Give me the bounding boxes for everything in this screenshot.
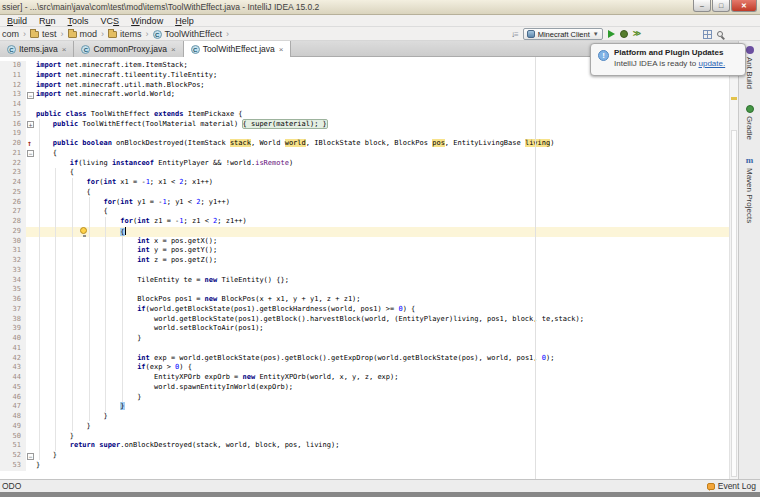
line-number[interactable]: 41 xyxy=(0,344,26,354)
breadcrumb-item-items[interactable]: items xyxy=(107,29,143,39)
gutter-strip[interactable] xyxy=(26,393,36,403)
line-number[interactable]: 38 xyxy=(0,315,26,325)
line-number[interactable]: 13 xyxy=(0,90,26,100)
line-number[interactable]: 52 xyxy=(0,451,26,461)
line-number[interactable]: 11 xyxy=(0,71,26,81)
menu-item-vcs[interactable]: VCS xyxy=(95,15,126,27)
line-number[interactable]: 53 xyxy=(0,461,26,471)
tab-commonproxy-java[interactable]: CCommonProxy.java× xyxy=(74,41,183,57)
run-configuration-select[interactable]: Minecraft Client ▼ xyxy=(523,28,603,40)
warning-stripe-mark[interactable] xyxy=(731,97,737,100)
minimize-button[interactable] xyxy=(693,0,711,12)
line-number[interactable]: 29 xyxy=(0,227,26,237)
gutter-strip[interactable] xyxy=(26,334,36,344)
gutter-strip[interactable]: − xyxy=(26,149,36,159)
menu-item-window[interactable]: Window xyxy=(125,15,169,27)
code-text[interactable]: } xyxy=(36,451,738,461)
scrollbar-thumb[interactable] xyxy=(731,130,737,477)
menu-item-run[interactable]: Run xyxy=(33,15,62,27)
line-number[interactable]: 14 xyxy=(0,100,26,110)
gutter-strip[interactable] xyxy=(26,168,36,178)
code-text[interactable]: { xyxy=(36,188,738,198)
code-text[interactable]: } xyxy=(36,393,738,403)
line-number[interactable]: 45 xyxy=(0,383,26,393)
code-text[interactable] xyxy=(36,266,738,276)
scroll-down-lines-icon[interactable]: ↓≡ xyxy=(511,30,518,39)
overriding-method-icon[interactable]: ↑ xyxy=(27,139,32,148)
code-text[interactable]: { xyxy=(36,207,738,217)
code-text[interactable]: { xyxy=(36,149,738,159)
breadcrumb-item-toolwitheffect[interactable]: CToolWithEffect xyxy=(152,29,223,39)
gutter-strip[interactable] xyxy=(26,354,36,364)
line-number[interactable]: 28 xyxy=(0,217,26,227)
gutter-strip[interactable] xyxy=(26,256,36,266)
line-number[interactable]: 36 xyxy=(0,295,26,305)
gutter-strip[interactable] xyxy=(26,363,36,373)
notification-balloon[interactable]: ! Platform and Plugin Updates IntelliJ I… xyxy=(590,43,746,76)
line-number[interactable]: 15 xyxy=(0,110,26,120)
close-tab-icon[interactable]: × xyxy=(279,45,284,54)
line-number[interactable]: 26 xyxy=(0,198,26,208)
gutter-strip[interactable] xyxy=(26,324,36,334)
code-editor[interactable]: 10import net.minecraft.item.ItemStack;11… xyxy=(0,57,738,479)
code-text[interactable]: } xyxy=(36,461,738,471)
gutter-strip[interactable]: − xyxy=(26,90,36,100)
tool-window-tab-gradle[interactable]: Gradle xyxy=(739,105,760,140)
breadcrumb-item-test[interactable]: test xyxy=(29,29,58,39)
code-text[interactable]: for(int z1 = -1; z1 < 2; z1++) xyxy=(36,217,738,227)
line-number[interactable]: 21 xyxy=(0,149,26,159)
line-number[interactable]: 16 xyxy=(0,120,26,130)
code-text[interactable]: EntityXPOrb expOrb = new EntityXPOrb(wor… xyxy=(36,373,738,383)
line-number[interactable]: 35 xyxy=(0,285,26,295)
tool-window-tab-maven-projects[interactable]: mMaven Projects xyxy=(739,156,760,223)
line-number[interactable]: 32 xyxy=(0,256,26,266)
code-text[interactable]: public ToolWithEffect(ToolMaterial mater… xyxy=(36,120,738,130)
line-number[interactable]: 30 xyxy=(0,237,26,247)
code-text[interactable]: world.getBlockState(pos1).getBlock().har… xyxy=(36,315,738,325)
code-text[interactable] xyxy=(36,285,738,295)
gutter-strip[interactable] xyxy=(26,266,36,276)
line-number[interactable]: 22 xyxy=(0,159,26,169)
update-link[interactable]: update. xyxy=(698,59,725,68)
code-text[interactable]: world.spawnEntityInWorld(expOrb); xyxy=(36,383,738,393)
gutter-strip[interactable] xyxy=(26,373,36,383)
code-text[interactable]: return super.onBlockDestroyed(stack, wor… xyxy=(36,441,738,451)
menu-item-tools[interactable]: Tools xyxy=(62,15,95,27)
line-number[interactable]: 23 xyxy=(0,168,26,178)
line-number[interactable]: 48 xyxy=(0,412,26,422)
line-number[interactable]: 31 xyxy=(0,246,26,256)
todo-toolwindow-button[interactable]: ODO xyxy=(2,481,21,491)
code-text[interactable]: { xyxy=(36,227,738,237)
fold-minus-icon[interactable]: − xyxy=(27,150,34,157)
code-text[interactable]: } xyxy=(36,422,738,432)
code-text[interactable] xyxy=(36,100,738,110)
line-number[interactable]: 50 xyxy=(0,432,26,442)
line-number[interactable]: 43 xyxy=(0,363,26,373)
line-number[interactable]: 39 xyxy=(0,324,26,334)
gutter-strip[interactable] xyxy=(26,71,36,81)
breadcrumb-item-com[interactable]: com xyxy=(1,29,20,39)
gutter-strip[interactable] xyxy=(26,315,36,325)
run-button[interactable] xyxy=(608,30,615,38)
close-tab-icon[interactable]: × xyxy=(171,45,176,54)
code-text[interactable]: } xyxy=(36,432,738,442)
gutter-strip[interactable] xyxy=(26,188,36,198)
code-text[interactable]: int x = pos.getX(); xyxy=(36,237,738,247)
gutter-strip[interactable]: ↑ xyxy=(26,139,36,149)
gutter-strip[interactable] xyxy=(26,422,36,432)
gutter-strip[interactable] xyxy=(26,246,36,256)
maximize-button[interactable] xyxy=(712,0,730,12)
gutter-strip[interactable] xyxy=(26,432,36,442)
event-log-button[interactable]: Event Log xyxy=(707,481,756,491)
code-text[interactable]: { xyxy=(36,168,738,178)
gutter-strip[interactable] xyxy=(26,159,36,169)
line-number[interactable]: 46 xyxy=(0,393,26,403)
gutter-strip[interactable] xyxy=(26,285,36,295)
code-text[interactable] xyxy=(36,129,738,139)
gutter-strip[interactable] xyxy=(26,237,36,247)
code-text[interactable]: TileEntity te = new TileEntity() {}; xyxy=(36,276,738,286)
breadcrumb-item-mod[interactable]: mod xyxy=(67,29,99,39)
code-text[interactable]: } xyxy=(36,334,738,344)
code-text[interactable] xyxy=(36,344,738,354)
gutter-strip[interactable] xyxy=(26,61,36,71)
